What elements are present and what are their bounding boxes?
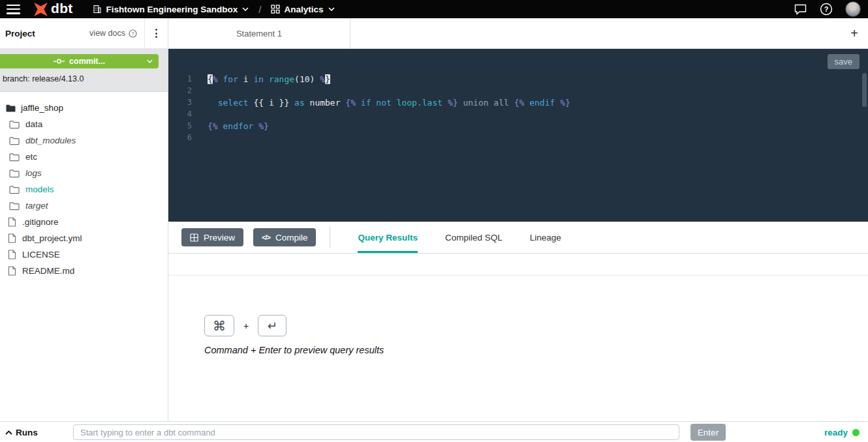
sidebar-title: Project: [5, 29, 35, 38]
results-tab-label: Query Results: [358, 233, 418, 243]
results-tab-label: Compiled SQL: [445, 233, 503, 243]
preview-button[interactable]: Preview: [181, 228, 243, 246]
account-switcher[interactable]: Fishtown Engineering Sandbox: [93, 5, 249, 14]
editor-scrollbar-thumb[interactable]: [862, 73, 867, 107]
results-tab-compiled-sql[interactable]: Compiled SQL: [431, 222, 516, 253]
results-tab-query-results[interactable]: Query Results: [344, 222, 431, 253]
project-name: Analytics: [285, 5, 324, 14]
file-icon: [8, 233, 16, 243]
line-number: 5: [168, 121, 192, 130]
toolbar-divider: [330, 227, 330, 248]
project-sidebar: Project view docs ? commit...: [0, 18, 168, 421]
tree-item-license[interactable]: LICENSE: [0, 246, 168, 263]
tree-item-label: jaffle_shop: [21, 103, 63, 113]
code-line-4[interactable]: 4: [168, 108, 860, 120]
tree-item-data[interactable]: data: [0, 116, 168, 132]
tree-item-jaffle-shop[interactable]: jaffle_shop: [0, 100, 168, 116]
preview-button-label: Preview: [204, 233, 235, 243]
results-panel: ⌘ + ↵ Command + Enter to preview query r…: [168, 254, 868, 421]
compile-button-label: Compile: [275, 233, 308, 243]
command-bar: Runs Enter ready: [0, 421, 868, 442]
dbt-logo-text: dbt: [51, 1, 73, 16]
folder-icon: [9, 120, 20, 129]
code-lines: 1{% for i in range(10) %}23 select {{ i …: [168, 73, 860, 143]
view-docs-label: view docs: [89, 29, 125, 38]
sidebar-header: Project view docs ?: [0, 18, 168, 49]
compile-button[interactable]: </> Compile: [253, 228, 316, 246]
command-input[interactable]: [73, 424, 679, 440]
status-label: ready: [824, 428, 848, 437]
plus-separator: +: [243, 321, 249, 331]
file-icon: [8, 250, 16, 259]
new-tab-button[interactable]: +: [845, 24, 863, 42]
tree-item-gitignore[interactable]: .gitignore: [0, 214, 168, 230]
runs-toggle[interactable]: Runs: [5, 422, 38, 442]
top-bar: dbt Fishtown Engineering Sandbox / Analy…: [0, 0, 868, 18]
shortcut-hint-text: Command + Enter to preview query results: [204, 345, 384, 355]
tree-item-label: dbt_modules: [25, 136, 76, 145]
view-docs-link[interactable]: view docs ?: [89, 29, 144, 38]
code-text: select {{ i }} as number {% if not loop.…: [208, 98, 570, 108]
editor-scrollbar[interactable]: [862, 73, 867, 219]
results-tab-lineage[interactable]: Lineage: [516, 222, 575, 253]
code-editor[interactable]: save 1{% for i in range(10) %}23 select …: [168, 49, 868, 222]
user-avatar[interactable]: [845, 1, 861, 17]
svg-text:?: ?: [131, 31, 134, 37]
status-dot: [852, 429, 860, 436]
tree-item-readme-md[interactable]: README.md: [0, 263, 168, 279]
topbar-actions: ?: [794, 1, 861, 17]
svg-text:?: ?: [824, 5, 829, 13]
code-line-1[interactable]: 1{% for i in range(10) %}: [168, 73, 860, 85]
tree-item-label: LICENSE: [22, 250, 60, 259]
code-text: {% endfor %}: [208, 121, 269, 131]
dbt-cloud-ide: dbt Fishtown Engineering Sandbox / Analy…: [0, 0, 868, 442]
enter-button[interactable]: Enter: [690, 424, 726, 441]
code-line-2[interactable]: 2: [168, 85, 860, 96]
code-line-5[interactable]: 5{% endfor %}: [168, 120, 860, 132]
breadcrumb-separator: /: [258, 4, 261, 15]
hamburger-menu-icon[interactable]: [7, 5, 20, 14]
help-icon[interactable]: ?: [820, 3, 833, 16]
code-icon: </>: [262, 233, 270, 241]
file-icon: [8, 266, 16, 276]
keyboard-shortcut-hint: ⌘ + ↵: [204, 315, 287, 336]
tree-item-target[interactable]: target: [0, 198, 168, 214]
tree-item-dbt-project-yml[interactable]: dbt_project.yml: [0, 230, 168, 246]
tree-item-dbt-modules[interactable]: dbt_modules: [0, 132, 168, 149]
results-subheader: [168, 254, 868, 276]
table-grid-icon: [190, 233, 198, 242]
folder-icon: [9, 201, 20, 211]
line-number: 6: [168, 133, 192, 142]
file-tree: jaffle_shopdatadbt_modulesetclogsmodelst…: [0, 92, 168, 279]
editor-tab-statement-1[interactable]: Statement 1: [168, 18, 350, 48]
tree-item-logs[interactable]: logs: [0, 165, 168, 181]
code-line-6[interactable]: 6: [168, 132, 860, 143]
project-switcher[interactable]: Analytics: [271, 5, 335, 14]
commit-button[interactable]: commit...: [0, 54, 159, 68]
tree-item-label: logs: [25, 168, 42, 178]
editor-tab-label: Statement 1: [236, 29, 282, 38]
kebab-menu-icon: [155, 29, 157, 38]
command-key-icon: ⌘: [204, 315, 234, 336]
chat-icon[interactable]: [794, 3, 807, 16]
sidebar-kebab-menu[interactable]: [144, 18, 168, 48]
line-number: 1: [168, 74, 192, 83]
tree-item-label: target: [25, 201, 48, 211]
save-button[interactable]: save: [828, 54, 860, 69]
folder-icon: [9, 136, 20, 145]
chevron-up-icon: [5, 430, 12, 435]
tree-item-label: data: [25, 119, 42, 129]
tree-item-etc[interactable]: etc: [0, 149, 168, 165]
line-number: 3: [168, 98, 192, 107]
results-tab-label: Lineage: [530, 233, 561, 243]
enter-key-icon: ↵: [258, 315, 287, 336]
tree-item-label: models: [25, 184, 54, 194]
account-name: Fishtown Engineering Sandbox: [106, 5, 238, 14]
tree-item-label: dbt_project.yml: [22, 233, 82, 243]
code-line-3[interactable]: 3 select {{ i }} as number {% if not loo…: [168, 96, 860, 108]
folder-icon: [9, 169, 20, 178]
file-icon: [8, 217, 16, 227]
line-number: 2: [168, 86, 192, 95]
tree-item-models[interactable]: models: [0, 181, 168, 198]
commit-dropdown-chevron-icon[interactable]: [147, 59, 153, 63]
